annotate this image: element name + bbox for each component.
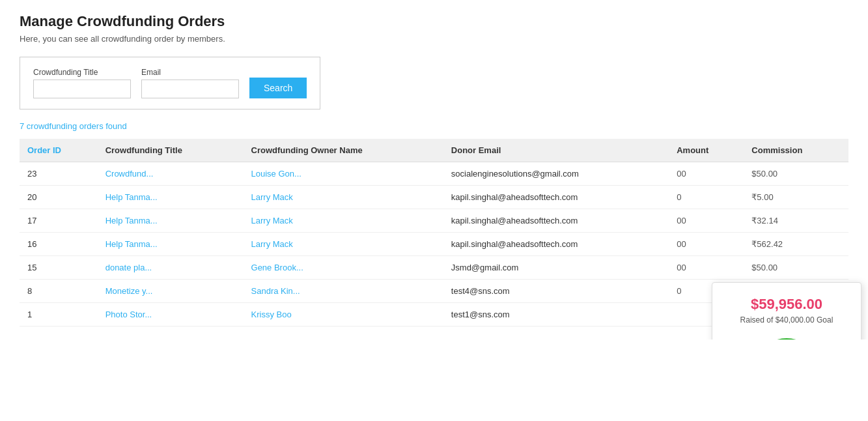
search-button[interactable]: Search [249,78,307,98]
table-row: 17 Help Tanma... Larry Mack kapil.singha… [20,209,848,233]
cell-title[interactable]: Crowdfund... [98,162,244,186]
popup-amount: $59,956.00 [723,296,850,313]
cell-amount: 00 [669,256,744,280]
result-count: 7 crowdfunding orders found [20,121,848,131]
cell-title[interactable]: Help Tanma... [98,209,244,233]
col-header-title: Crowdfunding Title [98,139,244,162]
cell-email: Jsmd@gmail.com [443,256,669,280]
cell-amount: 00 [669,233,744,256]
cell-title[interactable]: Help Tanma... [98,186,244,209]
table-header-row: Order ID Crowdfunding Title Crowdfunding… [20,139,848,162]
search-form: Crowdfunding Title Email Search [20,57,320,109]
col-header-amount: Amount [669,139,744,162]
col-header-email: Donor Email [443,139,669,162]
cell-amount: 00 [669,209,744,233]
cell-owner[interactable]: Larry Mack [244,209,443,233]
email-field-group: Email [141,68,239,98]
cell-amount: 0 [669,186,744,209]
cell-order-id: 8 [20,280,98,303]
cell-title[interactable]: Help Tanma... [98,233,244,256]
cell-order-id: 17 [20,209,98,233]
cell-commission: ₹32.14 [744,209,848,233]
progress-circle-container: 100% [723,335,850,340]
cell-email: socialenginesolutions@gmail.com [443,162,669,186]
cell-order-id: 16 [20,233,98,256]
title-field-group: Crowdfunding Title [33,68,131,98]
table-row: 20 Help Tanma... Larry Mack kapil.singha… [20,186,848,209]
cell-owner[interactable]: Larry Mack [244,186,443,209]
email-label: Email [141,68,239,77]
email-input[interactable] [141,80,239,98]
col-header-owner: Crowdfunding Owner Name [244,139,443,162]
title-label: Crowdfunding Title [33,68,131,77]
cell-amount: 00 [669,162,744,186]
cell-order-id: 20 [20,186,98,209]
cell-title[interactable]: Monetize y... [98,280,244,303]
cell-email: kapil.singhal@aheadsofttech.com [443,233,669,256]
col-header-commission: Commission [744,139,848,162]
cell-email: kapil.singhal@aheadsofttech.com [443,186,669,209]
title-input[interactable] [33,80,131,98]
table-row: 23 Crowdfund... Louise Gon... socialengi… [20,162,848,186]
cell-email: test4@sns.com [443,280,669,303]
page-title: Manage Crowdfunding Orders [20,13,848,30]
table-wrapper: Order ID Crowdfunding Title Crowdfunding… [20,139,848,327]
popup-card: $59,956.00 Raised of $40,000.00 Goal 100… [712,282,861,340]
progress-circle: 100% [751,335,822,340]
cell-email: test1@sns.com [443,303,669,327]
table-row: 16 Help Tanma... Larry Mack kapil.singha… [20,233,848,256]
cell-commission: ₹5.00 [744,186,848,209]
page-subtitle: Here, you can see all crowdfunding order… [20,34,848,44]
cell-owner[interactable]: Krissy Boo [244,303,443,327]
cell-owner[interactable]: Sandra Kin... [244,280,443,303]
cell-title[interactable]: Photo Stor... [98,303,244,327]
popup-goal: Raised of $40,000.00 Goal [723,315,850,325]
cell-owner[interactable]: Gene Brook... [244,256,443,280]
cell-owner[interactable]: Larry Mack [244,233,443,256]
cell-email: kapil.singhal@aheadsofttech.com [443,209,669,233]
cell-owner[interactable]: Louise Gon... [244,162,443,186]
col-header-order-id: Order ID [20,139,98,162]
table-row: 15 donate pla... Gene Brook... Jsmd@gmai… [20,256,848,280]
cell-order-id: 23 [20,162,98,186]
cell-order-id: 1 [20,303,98,327]
cell-commission: $50.00 [744,162,848,186]
cell-commission: $50.00 [744,256,848,280]
cell-order-id: 15 [20,256,98,280]
cell-commission: ₹562.42 [744,233,848,256]
cell-title[interactable]: donate pla... [98,256,244,280]
